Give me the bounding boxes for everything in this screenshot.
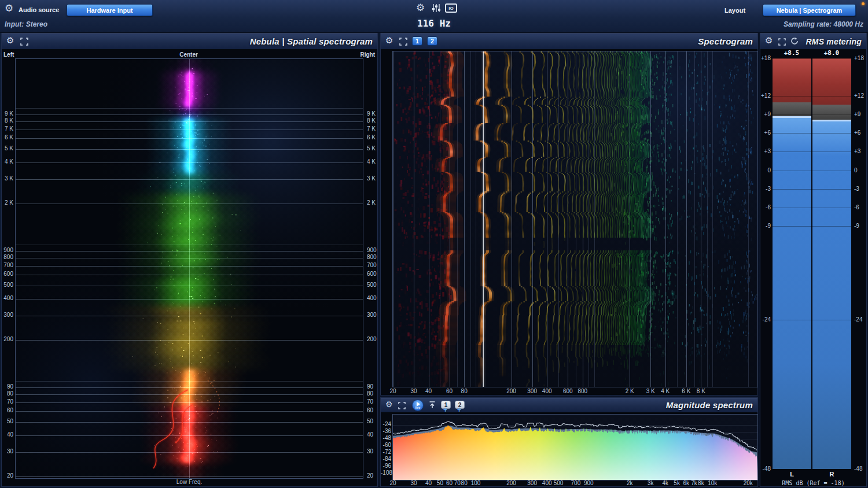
db-scale-label: -3 [760,186,771,192]
freq-tick-label: 400 [538,389,556,394]
layout-button[interactable]: Layout [724,7,745,14]
spectrogram-panel: ⚙ 1 2 Spectrogram 2030406080200300400600… [380,33,758,395]
db-scale-label: 0 [760,168,771,173]
preset-button[interactable]: Nebula | Spectrogram [763,4,856,16]
freq-tick-label: 900 [2,247,13,253]
freq-tick-label: 30 [2,449,13,454]
db-scale-label: -3 [854,186,859,192]
freq-tick-label: 400 [367,295,377,301]
freq-tick-label: 4 K [657,389,674,394]
magnitude-freq-axis: 203040506070801002003004005007009002k3k4… [392,480,758,487]
spectrogram-canvas[interactable] [393,51,757,387]
io-routing-icon[interactable]: IO [445,3,457,13]
freq-tick-label: 9 K [2,111,13,117]
freq-tick-label: 90 [367,384,373,390]
reset-meter-icon[interactable] [790,37,799,47]
db-tick-label: -48 [381,435,391,441]
db-scale-label: -9 [760,223,771,229]
magnitude-panel-title: Magnitude spectrum [666,400,753,410]
spectrogram-fullscreen-icon[interactable] [399,38,407,48]
freq-tick-label: 80 [2,391,13,397]
db-scale-label: +3 [760,149,771,154]
live-button[interactable]: live [412,400,424,411]
db-scale-label: -24 [854,317,862,323]
freq-tick-label: 800 [574,389,591,394]
freq-tick-label: 200 [2,337,13,342]
sampling-rate-info: Sampling rate: 48000 Hz [784,20,863,28]
freq-tick-label: 200 [503,480,520,486]
freq-tick-label: 300 [524,480,540,486]
magnitude-db-axis: -24-36-48-60-72-84-96-108 [381,398,392,487]
db-scale-label: -24 [760,317,771,323]
db-tick-label: -60 [381,442,391,448]
freq-tick-label: 2k [621,480,638,486]
freq-tick-label: 40 [2,432,13,438]
freq-tick-label: 20 [2,473,13,479]
freq-tick-label: 70 [2,399,13,405]
spectrogram-layer1-button[interactable]: 1 [412,36,422,46]
freq-tick-label: 20k [740,480,756,486]
db-scale-label: +9 [760,112,771,117]
freq-tick-label: 8 K [367,118,376,124]
rms-meter-right[interactable] [812,58,851,469]
freq-tick-label: 20 [385,480,401,486]
db-tick-label: -108 [381,470,391,476]
spectrogram-freq-axis: 20304060802003004006008002 K3 K4 K6 K8 K [392,389,758,395]
db-scale-label: +6 [760,130,771,136]
rms-footer-label: RMS dB (Ref = -18) [760,480,866,486]
freq-tick-label: 80 [455,389,473,394]
freq-tick-label: 30 [367,449,373,454]
rms-meter-left[interactable] [773,58,811,469]
channel-label-right: R [812,471,851,478]
spatial-right-freq-axis: 9 K8 K7 K6 K5 K4 K3 K2 K9008007006005004… [365,34,378,487]
db-scale-label: +12 [854,93,864,99]
channel-label-left: L [773,471,811,478]
magnitude-fullscreen-icon[interactable] [398,401,406,412]
hardware-input-button[interactable]: Hardware input [67,4,153,16]
magnitude-layer2-add-button[interactable]: + [457,407,461,413]
frequency-readout: 116 Hz [376,18,492,29]
live-button-label: live [415,406,420,409]
meter-tick-line [773,469,851,469]
freq-tick-label: 200 [503,389,520,394]
freq-tick-label: 70 [367,399,373,405]
magnitude-spectrum-panel: ⚙ live 1 2 + + Magnitude spectrum -24-36… [380,397,758,487]
freq-tick-label: 3 K [367,176,376,182]
rms-value-left: +8.5 [780,49,803,57]
freq-tick-label: 2 K [621,389,638,394]
freq-tick-label: 7 K [367,126,376,132]
spectrogram-layer2-button[interactable]: 2 [427,36,437,46]
freq-tick-label: 40 [420,389,437,394]
center-settings-gear-icon[interactable]: ⚙ [416,3,425,13]
freq-tick-label: 80 [367,391,373,397]
freq-tick-label: 600 [367,271,377,277]
freq-tick-label: 100 [468,480,484,486]
spatial-spectrogram-canvas[interactable] [16,59,363,478]
freq-tick-label: 700 [2,263,13,268]
freq-tick-label: 500 [2,282,13,288]
meter-over-zone [773,58,811,102]
db-tick-label: -84 [381,456,391,462]
db-scale-label: +3 [854,149,860,154]
input-info: Input: Stereo [5,20,47,28]
peak-hold-arrow-icon[interactable] [428,401,436,412]
magnitude-layer1-add-button[interactable]: + [443,407,447,413]
meter-over-zone [812,58,851,105]
db-scale-label: +9 [854,112,860,117]
rms-scale-left-axis: +18+12+9+6+30-3-6-9-24-48 [760,34,771,487]
magnitude-spectrum-canvas[interactable] [393,415,757,480]
freq-tick-label: 10k [704,480,720,486]
spatial-panel-title: Nebula | Spatial spectrogram [250,36,373,46]
sliders-icon[interactable] [432,3,441,15]
rms-fullscreen-icon[interactable] [778,38,786,48]
spatial-spectrogram-panel: ⚙ Nebula | Spatial spectrogram Left Cent… [1,33,378,487]
spectrogram-settings-gear-icon[interactable]: ⚙ [385,36,393,45]
audio-source-label: Audio source [19,6,59,13]
freq-tick-label: 300 [2,312,13,318]
spectrogram-panel-title: Spectrogram [698,36,753,46]
rms-value-right: +8.0 [820,49,843,57]
spectrogram-panel-header: ⚙ 1 2 Spectrogram [381,34,757,50]
main-settings-gear-icon[interactable]: ⚙ [5,3,13,13]
spatial-fullscreen-icon[interactable] [20,38,28,48]
db-scale-label: -6 [760,205,771,210]
